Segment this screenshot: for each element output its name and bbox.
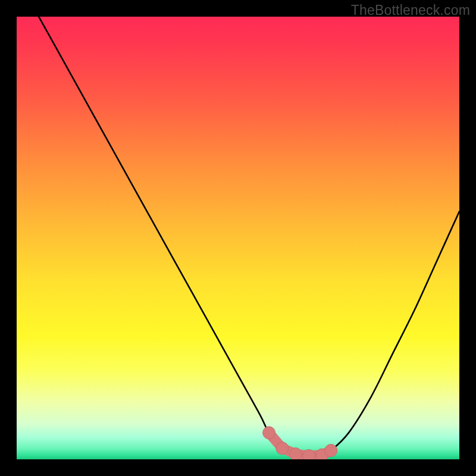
- marker-point: [263, 427, 275, 439]
- marker-group: [263, 427, 337, 459]
- marker-point: [325, 444, 337, 457]
- marker-point: [276, 442, 289, 455]
- bottleneck-curve-svg: [17, 17, 459, 459]
- plot-area: [17, 17, 459, 459]
- watermark-label: TheBottleneck.com: [351, 2, 470, 18]
- marker-point: [289, 448, 302, 459]
- bottleneck-curve-path: [39, 17, 459, 456]
- chart-frame: TheBottleneck.com: [0, 0, 476, 476]
- marker-point: [303, 450, 315, 459]
